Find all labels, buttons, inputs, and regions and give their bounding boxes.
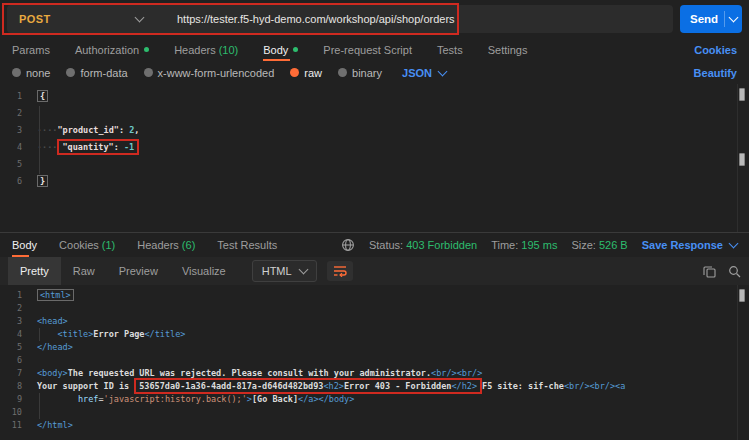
annotation-box: 53657da0-1a36-4add-817a-d646d482bd93<h2>… xyxy=(134,378,482,394)
line-number: 3 xyxy=(0,122,22,139)
body-type-radio-binary[interactable]: binary xyxy=(338,67,382,79)
tab-label: Headers xyxy=(137,239,179,251)
tab-label: Cookies xyxy=(59,239,99,251)
line-number: 5 xyxy=(0,341,22,354)
body-format-value: JSON xyxy=(402,67,432,79)
tab-label: Params xyxy=(12,44,50,56)
url-field: POST https://tester.f5-hyd-demo.com/work… xyxy=(7,5,673,33)
tab-label: Headers xyxy=(174,44,216,56)
radio-icon xyxy=(66,68,75,77)
url-input[interactable]: https://tester.f5-hyd-demo.com/workshop/… xyxy=(157,13,455,25)
send-options-chevron-icon[interactable] xyxy=(729,13,739,23)
postman-app: POST https://tester.f5-hyd-demo.com/work… xyxy=(0,0,749,440)
response-tab-test-results[interactable]: Test Results xyxy=(217,233,277,257)
send-button[interactable]: Send xyxy=(680,5,742,33)
beautify-link[interactable]: Beautify xyxy=(694,67,737,79)
radio-icon xyxy=(12,68,21,77)
tab-params[interactable]: Params xyxy=(12,38,50,61)
response-section: BodyCookies(1)Headers(6)Test Results Sta… xyxy=(0,232,749,440)
code-line: 3<head> xyxy=(0,315,749,328)
code-line: 3····"product_id": 2, xyxy=(0,122,749,139)
view-preview[interactable]: Preview xyxy=(107,257,170,285)
line-number: 8 xyxy=(0,380,22,393)
tab-tests[interactable]: Tests xyxy=(437,38,463,61)
request-body-editor[interactable]: 1{23····"product_id": 2,4····"quantity":… xyxy=(0,84,749,232)
code-line: 1{ xyxy=(0,88,749,105)
body-type-radio-form-data[interactable]: form-data xyxy=(66,67,127,79)
line-number: 4 xyxy=(0,328,22,341)
tab-label: Authorization xyxy=(75,44,139,56)
indent-guide xyxy=(39,393,40,419)
radio-icon xyxy=(290,68,299,77)
wrap-lines-button[interactable] xyxy=(327,261,353,281)
code-line: 9 href='javascript:history.back();'>[Go … xyxy=(0,393,749,406)
send-button-label: Send xyxy=(680,13,724,25)
cookies-link[interactable]: Cookies xyxy=(694,44,737,56)
line-number: 6 xyxy=(0,354,22,367)
line-number: 2 xyxy=(0,302,22,315)
tab-label: Test Results xyxy=(217,239,277,251)
code-line: 11</html> xyxy=(0,419,749,432)
scrollbar-mark[interactable] xyxy=(739,88,745,101)
line-number: 7 xyxy=(0,367,22,380)
chevron-down-icon xyxy=(438,66,448,76)
line-number: 2 xyxy=(0,105,22,122)
save-response-button[interactable]: Save Response xyxy=(642,239,737,251)
tab-settings[interactable]: Settings xyxy=(488,38,528,61)
response-tab-headers[interactable]: Headers(6) xyxy=(137,233,195,257)
code-line: 5</head> xyxy=(0,341,749,354)
indent-guide xyxy=(39,328,40,341)
response-format-select[interactable]: HTML xyxy=(252,260,317,282)
bracket-highlight: { xyxy=(37,90,48,102)
response-body-editor[interactable]: 1<html>23<head>4 <title>Error Page</titl… xyxy=(0,285,749,440)
tab-label: Settings xyxy=(488,44,528,56)
code-line: 5 xyxy=(0,156,749,173)
line-number: 11 xyxy=(0,419,22,432)
scrollbar-mark[interactable] xyxy=(739,289,745,302)
view-pretty[interactable]: Pretty xyxy=(8,257,61,285)
tab-count: (6) xyxy=(182,239,195,251)
code-line: 4····"quantity": -1 xyxy=(0,139,749,156)
code-line: 2 xyxy=(0,302,749,315)
annotation-box: "quantity": -1 xyxy=(57,139,139,155)
search-icon[interactable] xyxy=(728,265,741,278)
status-value: 403 Forbidden xyxy=(406,239,477,251)
response-tool-icons xyxy=(703,265,741,278)
line-number: 4 xyxy=(0,139,22,156)
view-raw[interactable]: Raw xyxy=(61,257,107,285)
radio-label: raw xyxy=(304,67,322,79)
response-toolbar: PrettyRawPreviewVisualize HTML xyxy=(0,257,749,285)
view-visualize[interactable]: Visualize xyxy=(170,257,238,285)
code-line: 4 <title>Error Page</title> xyxy=(0,328,749,341)
tab-headers[interactable]: Headers(10) xyxy=(174,38,238,61)
line-number: 5 xyxy=(0,156,22,173)
network-globe-icon[interactable] xyxy=(341,238,355,252)
tab-count: (1) xyxy=(102,239,115,251)
tab-pre-request-script[interactable]: Pre-request Script xyxy=(323,38,412,61)
radio-label: x-www-form-urlencoded xyxy=(158,67,275,79)
response-tab-cookies[interactable]: Cookies(1) xyxy=(59,233,115,257)
status-badge: Status: 403 Forbidden xyxy=(369,239,477,251)
request-tabs: ParamsAuthorizationHeaders(10)BodyPre-re… xyxy=(0,38,749,61)
response-meta-row: BodyCookies(1)Headers(6)Test Results Sta… xyxy=(0,233,749,257)
copy-icon[interactable] xyxy=(703,265,716,278)
size-badge: Size: 526 B xyxy=(571,239,627,251)
scrollbar-mark[interactable] xyxy=(739,153,745,166)
response-tab-body[interactable]: Body xyxy=(12,233,37,257)
tab-label: Body xyxy=(12,239,37,251)
tab-body[interactable]: Body xyxy=(263,38,298,61)
body-type-radio-x-www-form-urlencoded[interactable]: x-www-form-urlencoded xyxy=(144,67,275,79)
code-line: 1<html> xyxy=(0,289,749,302)
body-type-radio-raw[interactable]: raw xyxy=(290,67,322,79)
tab-count: (10) xyxy=(219,44,239,56)
line-number: 3 xyxy=(0,315,22,328)
body-type-radio-none[interactable]: none xyxy=(12,67,50,79)
line-number: 1 xyxy=(0,289,22,302)
tab-authorization[interactable]: Authorization xyxy=(75,38,149,61)
chevron-down-icon xyxy=(135,13,145,23)
modified-dot-icon xyxy=(293,47,298,52)
body-format-select[interactable]: JSON xyxy=(402,67,446,79)
code-line: 8Your support ID is 53657da0-1a36-4add-8… xyxy=(0,380,749,393)
method-select[interactable]: POST xyxy=(7,13,157,25)
tab-label: Body xyxy=(263,44,288,56)
